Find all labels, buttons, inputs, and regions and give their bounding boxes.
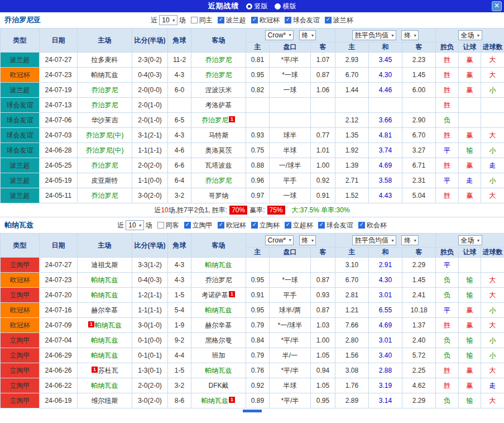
period-select[interactable]: 全场▼ bbox=[458, 235, 482, 245]
handicap-odds-home: 0.88 bbox=[246, 158, 270, 173]
team-name[interactable]: 帕纳瓦兹 bbox=[92, 276, 118, 284]
team-name[interactable]: 乔治罗尼 bbox=[92, 161, 118, 169]
filter-league[interactable]: 球会友谊 bbox=[318, 221, 353, 230]
match-score[interactable]: 1-1(0-0) bbox=[132, 173, 168, 188]
match-score[interactable]: 3-3(1-2) bbox=[132, 258, 168, 273]
match-score[interactable]: 2-0(2-0) bbox=[132, 378, 168, 393]
filter-league[interactable]: 欧冠杯 bbox=[251, 16, 280, 25]
filter-same-venue[interactable]: 同主 bbox=[191, 16, 213, 25]
match-score[interactable]: 1-3(0-1) bbox=[132, 363, 168, 378]
radio-selected-icon bbox=[246, 3, 252, 9]
odds-time-select[interactable]: 终▼ bbox=[299, 235, 316, 245]
match-score[interactable]: 0-4(0-3) bbox=[132, 273, 168, 288]
match-score[interactable]: 1-1(1-1) bbox=[132, 143, 168, 158]
match-score[interactable]: 3-0(2-0) bbox=[132, 393, 168, 408]
filter-league[interactable]: 欧会杯 bbox=[358, 221, 387, 230]
team-name[interactable]: 帕纳瓦兹 bbox=[92, 351, 118, 359]
match-score[interactable]: 0-1(0-0) bbox=[132, 333, 168, 348]
team-name[interactable]: 乔治罗尼 bbox=[92, 192, 118, 199]
avg-time-select[interactable]: 终▼ bbox=[401, 30, 419, 40]
team-name[interactable]: 帕纳瓦兹 bbox=[92, 71, 118, 79]
team-name[interactable]: 乔治罗尼(中) bbox=[86, 131, 124, 139]
team-name[interactable]: 乔治罗尼 bbox=[205, 56, 232, 64]
handicap-odds-header: Crow*▼ 终▼ bbox=[246, 28, 335, 42]
team-name[interactable]: 华沙莱吉 bbox=[92, 116, 118, 124]
games-count-select[interactable]: 10 ▼ bbox=[126, 220, 143, 230]
team-name[interactable]: 涅波沃米 bbox=[205, 86, 232, 94]
team-name[interactable]: 班加 bbox=[212, 351, 225, 359]
filter-league[interactable]: 立陶杯 bbox=[251, 221, 280, 230]
team-name[interactable]: 维尔纽斯 bbox=[92, 397, 118, 405]
match-score[interactable]: 2-3(0-2) bbox=[132, 53, 168, 68]
team-name[interactable]: 马特斯 bbox=[209, 131, 229, 139]
handicap-odds-home: 0.76 bbox=[246, 363, 270, 378]
team-name[interactable]: 帕纳瓦兹 bbox=[92, 382, 118, 389]
team-name[interactable]: 考洛萨基 bbox=[205, 101, 232, 109]
select-value: 终 bbox=[302, 236, 309, 245]
team-name[interactable]: 瓦塔波兹 bbox=[205, 161, 232, 169]
games-count-select[interactable]: 10 ▼ bbox=[159, 15, 177, 25]
match-score[interactable]: 3-0(1-0) bbox=[132, 318, 168, 333]
avg-odds-select[interactable]: 胜平负均值▼ bbox=[352, 30, 396, 40]
filter-league[interactable]: 立陶甲 bbox=[184, 221, 213, 230]
handicap-line bbox=[270, 258, 311, 273]
chevron-down-icon: ▼ bbox=[391, 34, 395, 37]
period-select[interactable]: 全场▼ bbox=[458, 30, 482, 40]
team-name[interactable]: 考诺萨基 bbox=[201, 291, 228, 299]
match-score[interactable]: 3-0(2-0) bbox=[132, 188, 168, 203]
team-name[interactable]: 帕纳瓦兹 bbox=[205, 306, 232, 314]
odds-provider-select[interactable]: Crow*▼ bbox=[265, 235, 294, 245]
team-name[interactable]: 拉多麦科 bbox=[92, 56, 118, 64]
match-score[interactable]: 0-4(0-3) bbox=[132, 68, 168, 83]
team-name[interactable]: 赫尔辛基 bbox=[92, 306, 118, 314]
team-name[interactable]: 赫尔辛基 bbox=[205, 321, 232, 329]
team-name[interactable]: 乔治罗尼 bbox=[92, 86, 118, 94]
team-name[interactable]: DFK戴 bbox=[209, 382, 229, 389]
team-name[interactable]: 帕纳瓦兹 bbox=[92, 291, 118, 299]
team-name[interactable]: 哥罗纳 bbox=[209, 192, 229, 199]
filter-league[interactable]: 波兰杯 bbox=[325, 16, 353, 25]
away-team-cell: 瓦塔波兹 bbox=[191, 158, 246, 173]
filter-league[interactable]: 欧冠杯 bbox=[218, 221, 246, 230]
team-name[interactable]: 乔治罗尼 bbox=[201, 116, 228, 124]
odds-provider-select[interactable]: Crow*▼ bbox=[265, 30, 294, 40]
team-name[interactable]: 帕纳瓦兹 bbox=[205, 367, 232, 374]
match-score[interactable]: 0-1(0-1) bbox=[132, 348, 168, 363]
filter-league[interactable]: 立超杯 bbox=[285, 221, 313, 230]
team-name[interactable]: 帕纳瓦兹 bbox=[201, 397, 228, 405]
team-name[interactable]: 乔治罗尼(中) bbox=[86, 146, 124, 154]
team-name[interactable]: 帕纳瓦兹 bbox=[92, 336, 118, 344]
match-score[interactable]: 3-1(2-1) bbox=[132, 128, 168, 143]
team-name[interactable]: 乔治罗尼 bbox=[205, 71, 232, 79]
match-score[interactable]: 1-2(1-1) bbox=[132, 288, 168, 303]
match-score[interactable]: 2-0(2-0) bbox=[132, 158, 168, 173]
result-handicap: 赢 bbox=[459, 378, 481, 393]
close-button[interactable]: ✕ bbox=[492, 1, 502, 11]
avg-time-select[interactable]: 终▼ bbox=[401, 235, 419, 245]
filter-same-venue[interactable]: 同客 bbox=[157, 221, 179, 230]
layout-horizontal-radio[interactable]: 横版 bbox=[275, 2, 296, 11]
match-date: 24-07-27 bbox=[40, 258, 78, 273]
filter-league[interactable]: 球会友谊 bbox=[285, 16, 320, 25]
team-name[interactable]: 帕纳瓦兹 bbox=[205, 261, 232, 269]
result-outcome: 负 bbox=[436, 113, 459, 128]
match-score[interactable]: 1-1(1-1) bbox=[132, 303, 168, 318]
layout-vertical-radio[interactable]: 竖版 bbox=[246, 2, 268, 11]
match-score[interactable]: 2-0(1-0) bbox=[132, 113, 168, 128]
match-score[interactable]: 2-0(1-0) bbox=[132, 98, 168, 113]
away-team-cell: 赫尔辛基 bbox=[191, 318, 246, 333]
team-name[interactable]: 黑格尔曼 bbox=[205, 336, 232, 344]
team-name[interactable]: 奥洛莫茨 bbox=[205, 146, 232, 154]
avg-odds-select[interactable]: 胜平负均值▼ bbox=[352, 235, 396, 245]
team-name[interactable]: 乔治罗尼 bbox=[205, 177, 232, 184]
filter-league[interactable]: 波兰超 bbox=[218, 16, 246, 25]
odds-time-select[interactable]: 终▼ bbox=[299, 30, 316, 40]
match-score[interactable]: 2-0(0-0) bbox=[132, 83, 168, 98]
team-name[interactable]: 迪祖戈斯 bbox=[92, 261, 118, 269]
team-name[interactable]: 皮亚斯特 bbox=[92, 177, 118, 184]
team-name[interactable]: 乔治罗尼 bbox=[92, 101, 118, 109]
team-name[interactable]: 帕纳瓦兹 bbox=[95, 321, 122, 329]
team-name[interactable]: 苏杜瓦 bbox=[98, 367, 118, 374]
league-type: 球会友谊 bbox=[1, 128, 40, 143]
team-name[interactable]: 乔治罗尼 bbox=[205, 276, 232, 284]
